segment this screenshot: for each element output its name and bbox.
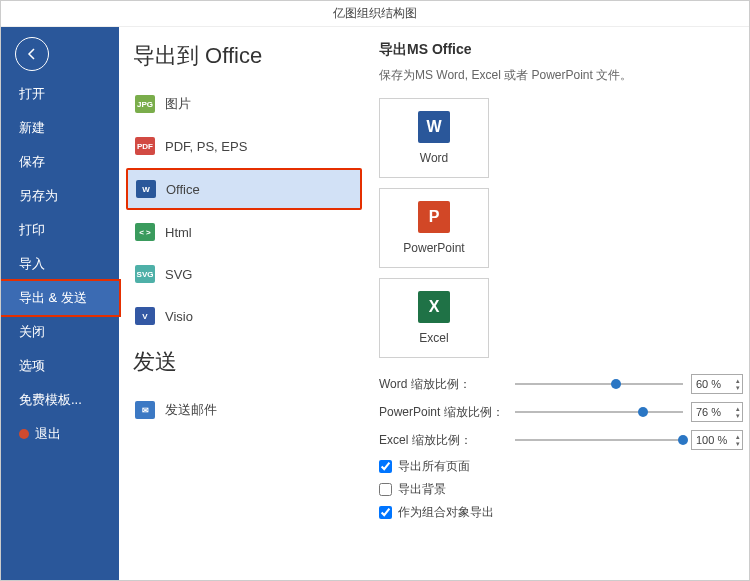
sidebar-item-label: 导出 & 发送: [19, 290, 87, 305]
spinner-arrows-icon[interactable]: ▴▾: [736, 433, 740, 447]
target-ppt[interactable]: PPowerPoint: [379, 188, 489, 268]
exit-icon: [19, 429, 29, 439]
checkbox-label: 作为组合对象导出: [398, 504, 494, 521]
sidebar-item-0[interactable]: 打开: [1, 77, 119, 111]
sidebar: 打开新建保存另存为打印导入导出 & 发送关闭选项免费模板...退出: [1, 27, 119, 580]
export-heading: 导出到 Office: [133, 41, 367, 71]
arrow-left-icon: [24, 46, 40, 62]
title-bar: 亿图组织结构图: [1, 1, 749, 27]
send-item-0[interactable]: ✉发送邮件: [127, 391, 361, 429]
spinner-arrows-icon[interactable]: ▴▾: [736, 377, 740, 391]
window-title: 亿图组织结构图: [333, 5, 417, 22]
check-row-2: 作为组合对象导出: [379, 504, 743, 521]
sidebar-item-7[interactable]: 关闭: [1, 315, 119, 349]
detail-column: 导出MS Office 保存为MS Word, Excel 或者 PowerPo…: [367, 27, 749, 580]
zoom-value: 76 %: [696, 406, 721, 418]
zoom-slider[interactable]: [515, 405, 683, 419]
slider-label: Excel 缩放比例：: [379, 432, 507, 449]
spinner-arrows-icon[interactable]: ▴▾: [736, 405, 740, 419]
check-row-1: 导出背景: [379, 481, 743, 498]
sidebar-item-label: 打开: [19, 86, 45, 101]
sidebar-item-6[interactable]: 导出 & 发送: [1, 281, 119, 315]
sidebar-item-9[interactable]: 免费模板...: [1, 383, 119, 417]
slider-label: Word 缩放比例：: [379, 376, 507, 393]
sidebar-item-5[interactable]: 导入: [1, 247, 119, 281]
sidebar-item-label: 新建: [19, 120, 45, 135]
sidebar-item-1[interactable]: 新建: [1, 111, 119, 145]
sidebar-item-label: 选项: [19, 358, 45, 373]
zoom-input[interactable]: 60 %▴▾: [691, 374, 743, 394]
export-item-4[interactable]: SVGSVG: [127, 255, 361, 293]
export-item-1[interactable]: PDFPDF, PS, EPS: [127, 127, 361, 165]
pdf-icon: PDF: [135, 137, 155, 155]
slider-row-1: PowerPoint 缩放比例：76 %▴▾: [379, 402, 743, 422]
export-item-5[interactable]: VVisio: [127, 297, 361, 335]
jpg-icon: JPG: [135, 95, 155, 113]
ppt-icon: P: [418, 201, 450, 233]
zoom-slider[interactable]: [515, 433, 683, 447]
target-label: Word: [420, 151, 448, 165]
office-icon: W: [136, 180, 156, 198]
checkbox[interactable]: [379, 460, 392, 473]
sidebar-item-3[interactable]: 另存为: [1, 179, 119, 213]
sidebar-item-label: 另存为: [19, 188, 58, 203]
checkbox[interactable]: [379, 483, 392, 496]
sidebar-item-label: 退出: [35, 426, 61, 441]
sidebar-item-2[interactable]: 保存: [1, 145, 119, 179]
word-icon: W: [418, 111, 450, 143]
sidebar-item-8[interactable]: 选项: [1, 349, 119, 383]
zoom-value: 100 %: [696, 434, 727, 446]
send-item-label: 发送邮件: [165, 401, 217, 419]
html-icon: < >: [135, 223, 155, 241]
target-excel[interactable]: XExcel: [379, 278, 489, 358]
export-item-2[interactable]: WOffice: [127, 169, 361, 209]
export-item-label: Visio: [165, 309, 193, 324]
export-item-label: SVG: [165, 267, 192, 282]
zoom-value: 60 %: [696, 378, 721, 390]
excel-icon: X: [418, 291, 450, 323]
target-label: Excel: [419, 331, 448, 345]
export-item-label: Html: [165, 225, 192, 240]
svg-icon: SVG: [135, 265, 155, 283]
zoom-input[interactable]: 100 %▴▾: [691, 430, 743, 450]
target-word[interactable]: WWord: [379, 98, 489, 178]
sidebar-item-label: 关闭: [19, 324, 45, 339]
sidebar-item-4[interactable]: 打印: [1, 213, 119, 247]
sidebar-item-label: 打印: [19, 222, 45, 237]
detail-heading: 导出MS Office: [379, 41, 743, 59]
zoom-input[interactable]: 76 %▴▾: [691, 402, 743, 422]
sidebar-item-label: 免费模板...: [19, 392, 82, 407]
checkbox[interactable]: [379, 506, 392, 519]
mail-icon: ✉: [135, 401, 155, 419]
sidebar-item-label: 保存: [19, 154, 45, 169]
slider-row-0: Word 缩放比例：60 %▴▾: [379, 374, 743, 394]
check-row-0: 导出所有页面: [379, 458, 743, 475]
export-item-label: Office: [166, 182, 200, 197]
slider-label: PowerPoint 缩放比例：: [379, 404, 507, 421]
export-item-label: PDF, PS, EPS: [165, 139, 247, 154]
export-item-0[interactable]: JPG图片: [127, 85, 361, 123]
checkbox-label: 导出背景: [398, 481, 446, 498]
sidebar-item-label: 导入: [19, 256, 45, 271]
target-label: PowerPoint: [403, 241, 464, 255]
sidebar-item-10[interactable]: 退出: [1, 417, 119, 451]
checkbox-label: 导出所有页面: [398, 458, 470, 475]
export-column: 导出到 Office JPG图片PDFPDF, PS, EPSWOffice< …: [119, 27, 367, 580]
back-button[interactable]: [15, 37, 49, 71]
detail-desc: 保存为MS Word, Excel 或者 PowerPoint 文件。: [379, 67, 743, 84]
visio-icon: V: [135, 307, 155, 325]
slider-row-2: Excel 缩放比例：100 %▴▾: [379, 430, 743, 450]
send-heading: 发送: [133, 347, 367, 377]
zoom-slider[interactable]: [515, 377, 683, 391]
export-item-label: 图片: [165, 95, 191, 113]
export-item-3[interactable]: < >Html: [127, 213, 361, 251]
